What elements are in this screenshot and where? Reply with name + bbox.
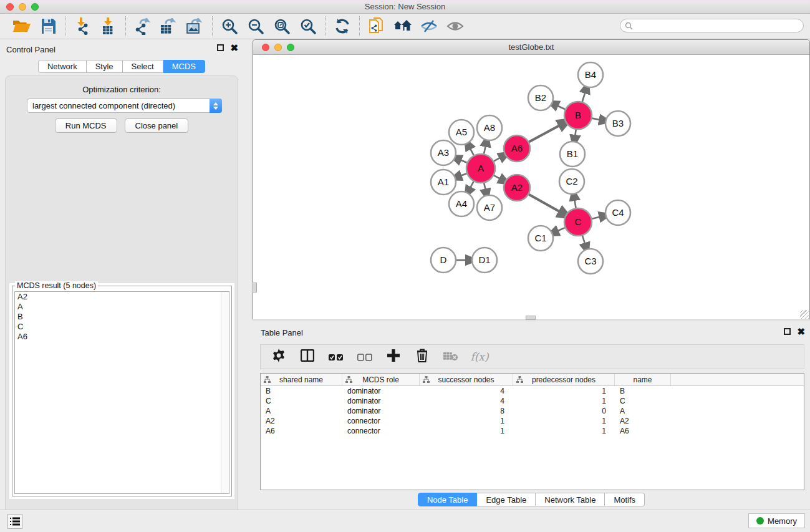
result-item[interactable]: A2: [15, 292, 229, 302]
edge-A-A7[interactable]: [484, 183, 486, 190]
edge-A-A3[interactable]: [460, 160, 467, 163]
table-row[interactable]: Cdominator41C: [261, 396, 804, 406]
edge-C-C3[interactable]: [582, 236, 585, 244]
import-table-button[interactable]: [98, 16, 119, 36]
search-field[interactable]: [620, 19, 804, 32]
new-network-from-selection-button[interactable]: [366, 16, 387, 36]
node-B[interactable]: B: [564, 102, 592, 129]
network-close-icon[interactable]: [262, 44, 269, 51]
node-A8[interactable]: A8: [477, 115, 502, 140]
result-item[interactable]: C: [15, 322, 229, 332]
save-session-button[interactable]: [37, 16, 59, 36]
result-item[interactable]: A: [15, 302, 229, 312]
table-row[interactable]: A2connector11A2: [261, 416, 804, 426]
node-B2[interactable]: B2: [528, 85, 553, 110]
node-A5[interactable]: A5: [449, 120, 474, 145]
node-A4[interactable]: A4: [449, 191, 474, 216]
edge-C-C2[interactable]: [574, 200, 576, 208]
node-C2[interactable]: C2: [559, 169, 584, 194]
mcds-result-list[interactable]: A2ABCA6: [14, 291, 229, 494]
open-session-button[interactable]: [11, 16, 32, 36]
import-network-button[interactable]: [72, 16, 93, 36]
network-zoom-icon[interactable]: [287, 44, 294, 51]
edge-C-C4[interactable]: [592, 217, 600, 219]
export-table-button[interactable]: [158, 16, 180, 36]
first-neighbors-button[interactable]: [392, 16, 413, 36]
node-B1[interactable]: B1: [560, 142, 585, 167]
node-D1[interactable]: D1: [472, 248, 497, 273]
node-A2[interactable]: A2: [504, 175, 530, 201]
table-row[interactable]: Bdominator41B: [261, 386, 804, 396]
column-header-shared-name[interactable]: shared name: [261, 374, 342, 385]
float-panel-icon[interactable]: [217, 44, 224, 51]
result-item[interactable]: A6: [15, 332, 229, 342]
edge-A-A6[interactable]: [494, 158, 501, 162]
edge-B-B1[interactable]: [575, 130, 576, 137]
column-header-name[interactable]: name: [615, 374, 671, 385]
edge-A-A5[interactable]: [470, 148, 474, 155]
network-minimize-icon[interactable]: [274, 44, 282, 51]
select-all-button[interactable]: [328, 349, 344, 365]
node-C4[interactable]: C4: [605, 200, 630, 225]
zoom-in-button[interactable]: [219, 16, 240, 36]
node-A7[interactable]: A7: [477, 195, 502, 220]
show-panels-button[interactable]: [7, 514, 22, 529]
node-C3[interactable]: C3: [578, 249, 603, 274]
column-header-successor-nodes[interactable]: successor nodes: [420, 374, 513, 385]
minimize-window-icon[interactable]: [19, 3, 26, 11]
edge-A2-C[interactable]: [529, 195, 560, 212]
column-header-predecessor-nodes[interactable]: predecessor nodes: [513, 374, 615, 385]
node-B4[interactable]: B4: [578, 62, 603, 87]
tab-motifs[interactable]: Motifs: [605, 493, 645, 506]
tab-edge-table[interactable]: Edge Table: [477, 493, 536, 506]
show-all-button[interactable]: [445, 16, 466, 36]
edge-A6-B[interactable]: [529, 125, 560, 142]
column-header-MCDS-role[interactable]: MCDS role: [342, 374, 420, 385]
zoom-window-icon[interactable]: [31, 3, 39, 11]
node-A1[interactable]: A1: [431, 170, 456, 195]
result-scrollbar[interactable]: [221, 292, 229, 493]
bottom-splitter-grip[interactable]: [526, 316, 536, 320]
export-network-button[interactable]: [132, 16, 153, 36]
node-A6[interactable]: A6: [504, 135, 530, 162]
search-input[interactable]: [633, 20, 803, 31]
table-row[interactable]: Adominator80A: [261, 406, 804, 416]
node-C[interactable]: C: [564, 208, 592, 236]
deselect-all-button[interactable]: [357, 349, 373, 365]
network-canvas[interactable]: B4 B2 B B3 A8 A5 A6 A3 B1 A C2 A1 A2 A4 …: [253, 55, 809, 319]
edge-B-B4[interactable]: [582, 92, 586, 102]
node-C1[interactable]: C1: [528, 226, 553, 251]
node-A3[interactable]: A3: [431, 140, 456, 165]
tab-network[interactable]: Network: [38, 60, 87, 73]
network-window-titlebar[interactable]: testGlobe.txt: [253, 40, 809, 55]
node-B3[interactable]: B3: [605, 111, 630, 136]
columns-button[interactable]: [299, 349, 316, 365]
close-window-icon[interactable]: [6, 3, 14, 11]
edge-A-A1[interactable]: [460, 173, 466, 176]
tab-network-table[interactable]: Network Table: [536, 493, 605, 506]
edge-A-A2[interactable]: [494, 175, 500, 179]
edge-C-C1[interactable]: [557, 228, 565, 231]
apply-layout-button[interactable]: [332, 16, 353, 36]
memory-button[interactable]: Memory: [748, 513, 805, 528]
hide-selected-button[interactable]: [418, 16, 440, 36]
close-table-panel-icon[interactable]: ✖: [797, 328, 805, 335]
zoom-selected-button[interactable]: [297, 16, 319, 36]
tab-mcds[interactable]: MCDS: [163, 60, 205, 73]
zoom-out-button[interactable]: [245, 16, 266, 36]
edge-A-A4[interactable]: [470, 181, 474, 188]
node-D[interactable]: D: [431, 248, 456, 273]
tab-node-table[interactable]: Node Table: [418, 493, 478, 506]
close-panel-button[interactable]: Close panel: [125, 118, 189, 133]
delete-button[interactable]: [414, 349, 430, 365]
edge-A-A8[interactable]: [484, 145, 486, 153]
tab-style[interactable]: Style: [87, 60, 123, 73]
edge-B-B3[interactable]: [592, 118, 600, 120]
export-image-button[interactable]: [185, 16, 206, 36]
window-controls[interactable]: [6, 3, 39, 11]
tab-select[interactable]: Select: [123, 60, 163, 73]
left-splitter-grip[interactable]: [253, 283, 257, 293]
float-table-panel-icon[interactable]: [784, 328, 791, 335]
gear-button[interactable]: [271, 349, 287, 365]
criterion-dropdown[interactable]: largest connected component (directed): [27, 99, 222, 113]
